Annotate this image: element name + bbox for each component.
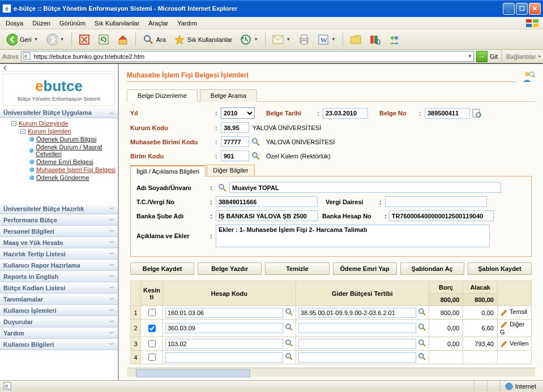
acc-panel[interactable]: Kullanıcı İşlemleri﹀: [0, 305, 118, 316]
search-icon[interactable]: [251, 137, 260, 147]
input-adi[interactable]: [229, 182, 501, 193]
acc-panel[interactable]: Maaş ve Yük Hesabı﹀: [0, 237, 118, 248]
collapse-icon[interactable]: −: [20, 129, 25, 134]
maximize-button[interactable]: ☐: [516, 3, 528, 15]
acc-panel[interactable]: Reports in English﹀: [0, 271, 118, 282]
links-label[interactable]: Bağlantılar: [506, 53, 536, 60]
word-dropdown-icon[interactable]: ▼: [331, 37, 336, 42]
cell-kesinti[interactable]: [141, 306, 163, 320]
acc-panel[interactable]: Duyurular﹀: [0, 316, 118, 328]
cell-kesinti[interactable]: [141, 337, 163, 351]
btn-temizle[interactable]: Temizle: [265, 262, 329, 275]
acc-panel[interactable]: Personel Bilgileri﹀: [0, 226, 118, 237]
cell-desc[interactable]: Temsil: [498, 306, 532, 320]
lookup-icon[interactable]: [472, 109, 481, 118]
cell-desc[interactable]: Diğer G: [498, 320, 532, 337]
acc-panel-open[interactable]: Üniversiteler Bütçe Uygulama ︿: [0, 107, 118, 118]
subtab-diger[interactable]: Diğer Bilgiler: [207, 165, 254, 176]
folders-button[interactable]: [347, 32, 364, 47]
refresh-button[interactable]: [95, 32, 112, 47]
tab-belge-arama[interactable]: Belge Arama: [200, 89, 257, 102]
checkbox-kesinti[interactable]: [148, 340, 156, 347]
tree-node[interactable]: −Kurum Düzeyinde: [0, 119, 118, 127]
favorites-button[interactable]: Sık Kullanılanlar: [171, 32, 236, 47]
print-button[interactable]: [296, 32, 313, 47]
input-gider[interactable]: [298, 339, 416, 349]
tree-leaf[interactable]: Ödenek Durum Bilgisi: [0, 135, 118, 143]
input-muhasebe-birimi[interactable]: [221, 136, 249, 147]
tab-belge-duzenleme[interactable]: Belge Düzenleme: [127, 89, 198, 102]
go-button[interactable]: →: [476, 51, 488, 62]
user-help-icon[interactable]: [521, 70, 535, 83]
acc-panel[interactable]: Kullanıcı Bilgileri﹀: [0, 339, 118, 350]
input-birim-kodu[interactable]: [221, 150, 249, 161]
back-dropdown-icon[interactable]: ▼: [34, 37, 39, 42]
acc-panel[interactable]: Bütçe Kodları Listesi﹀: [0, 282, 118, 294]
collapse-icon[interactable]: −: [11, 121, 16, 126]
close-button[interactable]: ✕: [529, 3, 541, 15]
cell-kesinti[interactable]: [141, 320, 163, 337]
input-kurum-kodu[interactable]: [221, 122, 249, 133]
history-button[interactable]: ▼: [237, 32, 261, 47]
address-dropdown-icon[interactable]: ▼: [468, 54, 472, 59]
links-chevron-icon[interactable]: »: [538, 54, 541, 59]
acc-panel[interactable]: Hazırlık Tertip Listesi﹀: [0, 248, 118, 260]
address-input-wrap[interactable]: e ▼: [21, 51, 474, 62]
input-banka-hesap[interactable]: [389, 210, 494, 221]
stop-button[interactable]: [76, 32, 93, 47]
history-dropdown-icon[interactable]: ▼: [254, 37, 258, 42]
tree-leaf[interactable]: Ödenek Durum / Masraf Cetvelleri: [0, 143, 118, 158]
input-hesap[interactable]: [165, 352, 283, 363]
input-banka-sube[interactable]: [216, 210, 318, 221]
cell-desc[interactable]: Verilen: [498, 337, 532, 351]
menu-edit[interactable]: Düzen: [29, 19, 54, 28]
horizontal-scrollbar[interactable]: [127, 368, 535, 377]
back-button[interactable]: Geri ▼: [3, 32, 41, 47]
menu-tools[interactable]: Araçlar: [145, 19, 172, 28]
input-gider[interactable]: [298, 352, 416, 363]
menu-help[interactable]: Yardım: [174, 19, 200, 28]
textarea-aciklama[interactable]: [216, 225, 490, 247]
menu-file[interactable]: Dosya: [2, 19, 27, 28]
search-icon[interactable]: [285, 339, 293, 348]
cell-kesinti[interactable]: [141, 351, 163, 364]
tree-node[interactable]: −Kurum İşlemleri: [0, 127, 118, 135]
input-belge-no[interactable]: [425, 108, 470, 119]
minimize-button[interactable]: _: [503, 3, 515, 15]
research-button[interactable]: [366, 32, 383, 47]
forward-dropdown-icon[interactable]: ▼: [60, 37, 65, 42]
mail-button[interactable]: ▼: [270, 32, 293, 47]
input-belge-tarihi[interactable]: [323, 108, 368, 119]
cell-desc[interactable]: [498, 351, 532, 364]
menu-view[interactable]: Görünüm: [56, 19, 89, 28]
sidebar-collapse-bar[interactable]: [0, 64, 118, 72]
checkbox-kesinti[interactable]: [148, 309, 156, 316]
search-icon[interactable]: [218, 183, 227, 192]
search-icon[interactable]: [251, 152, 260, 161]
input-hesap[interactable]: [165, 323, 283, 333]
search-icon[interactable]: [418, 339, 426, 348]
btn-belge-yazdir[interactable]: Belge Yazdır: [198, 262, 262, 275]
input-tc[interactable]: [216, 196, 318, 207]
acc-panel[interactable]: Performans Bütçe﹀: [0, 214, 118, 226]
btn-belge-kaydet[interactable]: Belge Kaydet: [130, 262, 194, 275]
checkbox-kesinti[interactable]: [148, 325, 156, 332]
input-gider[interactable]: [298, 308, 416, 318]
menu-favorites[interactable]: Sık Kullanılanlar: [91, 19, 143, 28]
search-icon[interactable]: [418, 353, 426, 362]
search-button[interactable]: Ara: [140, 32, 169, 47]
acc-panel[interactable]: Tanımlamalar﹀: [0, 294, 118, 305]
search-icon[interactable]: [285, 353, 293, 362]
btn-sablon-kaydet[interactable]: Şablon Kaydet: [468, 262, 532, 275]
checkbox-kesinti[interactable]: [148, 354, 156, 361]
acc-panel[interactable]: Üniversiteler Bütçe Hazırlık﹀: [0, 203, 118, 214]
home-button[interactable]: [114, 32, 131, 47]
word-button[interactable]: W▼: [315, 32, 339, 47]
subtab-ilgili[interactable]: İlgili / Açıklama Bilgileri: [130, 165, 206, 177]
input-hesap[interactable]: [165, 308, 283, 318]
address-input[interactable]: [33, 53, 465, 61]
input-hesap[interactable]: [165, 339, 283, 349]
btn-odeme-emri[interactable]: Ödeme Emri Yap: [333, 262, 397, 275]
input-vergi-dairesi[interactable]: [385, 196, 487, 207]
btn-sablon-ac[interactable]: Şablondan Aç: [400, 262, 464, 275]
